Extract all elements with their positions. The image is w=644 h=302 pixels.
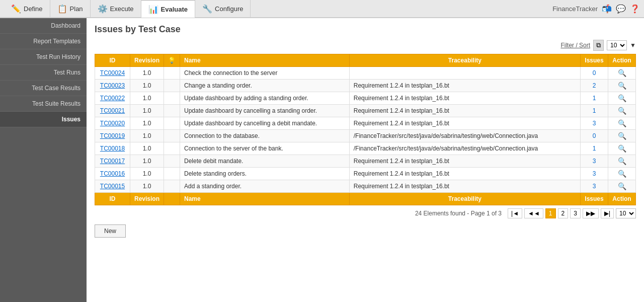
messages-icon[interactable]: 💬: [616, 4, 626, 14]
cell-id[interactable]: TC00020: [95, 117, 130, 130]
col-header-issues: Issues: [581, 54, 608, 67]
cell-issues: 3: [581, 168, 608, 180]
pagination-per-page-select[interactable]: 10 25 50: [616, 208, 636, 218]
sidebar-item-test-suite-results[interactable]: Test Suite Results: [0, 96, 87, 112]
cell-id[interactable]: TC00016: [95, 168, 130, 180]
cell-id[interactable]: TC00023: [95, 80, 130, 92]
cell-id[interactable]: TC00017: [95, 155, 130, 168]
table-row: TC00023 1.0 Change a standing order. Req…: [95, 80, 636, 92]
cell-name: Add a standing order.: [180, 180, 350, 193]
cell-id[interactable]: TC00015: [95, 180, 130, 193]
tab-define[interactable]: ✏️ Define: [4, 0, 50, 18]
page-1-btn[interactable]: 1: [545, 208, 556, 218]
tab-evaluate[interactable]: 📊 Evaluate: [141, 0, 195, 18]
cell-issues: 1: [581, 92, 608, 105]
page-prev-btn[interactable]: ◄◄: [524, 208, 543, 218]
cell-traceability: Requirement 1.2.4 in testplan_16.bt: [349, 180, 580, 193]
pagination-row: 24 Elements found - Page 1 of 3 |◄ ◄◄ 1 …: [95, 208, 636, 218]
col-footer-traceability: Traceability: [349, 193, 580, 205]
cell-action: 🔍: [608, 92, 636, 105]
notifications-icon[interactable]: 📬: [602, 4, 612, 14]
cell-issues: 3: [581, 155, 608, 168]
cell-traceability: Requirement 1.2.4 in testplan_16.bt: [349, 80, 580, 92]
tab-plan[interactable]: 📋 Plan: [50, 0, 91, 18]
cell-revision: 1.0: [130, 117, 164, 130]
cell-flag: [164, 142, 180, 155]
row-search-icon-btn[interactable]: 🔍: [618, 69, 626, 77]
sidebar-item-test-case-results[interactable]: Test Case Results: [0, 81, 87, 96]
cell-flag: [164, 130, 180, 142]
cell-id[interactable]: TC00024: [95, 67, 130, 80]
sidebar-item-report-templates[interactable]: Report Templates: [0, 34, 87, 49]
page-3-btn[interactable]: 3: [570, 208, 581, 218]
col-footer-action: Action: [608, 193, 636, 205]
col-header-revision: Revision: [130, 54, 164, 67]
tab-plan-label: Plan: [70, 5, 83, 13]
cell-issues: 1: [581, 105, 608, 117]
sidebar-item-test-runs[interactable]: Test Runs: [0, 65, 87, 81]
evaluate-icon: 📊: [148, 5, 158, 14]
row-search-icon-btn[interactable]: 🔍: [618, 107, 626, 115]
table-row: TC00017 1.0 Delete debit mandate. Requir…: [95, 155, 636, 168]
table-row: TC00018 1.0 Connection to the server of …: [95, 142, 636, 155]
row-search-icon-btn[interactable]: 🔍: [618, 170, 626, 178]
cell-traceability: /FinanceTracker/src/test/java/de/sabrina…: [349, 130, 580, 142]
cell-flag: [164, 80, 180, 92]
col-footer-id: ID: [95, 193, 130, 205]
configure-icon: 🔧: [202, 4, 212, 14]
content-area: Issues by Test Case Filter / Sort ⧉ 10 2…: [87, 18, 644, 302]
row-search-icon-btn[interactable]: 🔍: [618, 94, 626, 102]
tab-configure[interactable]: 🔧 Configure: [195, 0, 251, 18]
cell-traceability: Requirement 1.2.4 in testplan_16.bt: [349, 92, 580, 105]
page-info: 24 Elements found - Page 1 of 3: [415, 210, 502, 217]
row-search-icon-btn[interactable]: 🔍: [618, 132, 626, 140]
cell-action: 🔍: [608, 117, 636, 130]
table-row: TC00015 1.0 Add a standing order. Requir…: [95, 180, 636, 193]
row-search-icon-btn[interactable]: 🔍: [618, 119, 626, 127]
table-row: TC00019 1.0 Connection to the database. …: [95, 130, 636, 142]
page-first-btn[interactable]: |◄: [508, 208, 522, 218]
cell-revision: 1.0: [130, 168, 164, 180]
cell-revision: 1.0: [130, 155, 164, 168]
cell-traceability: Requirement 1.2.4 in testplan_16.bt: [349, 105, 580, 117]
cell-flag: [164, 92, 180, 105]
help-icon[interactable]: ❓: [630, 4, 640, 14]
col-header-action: Action: [608, 54, 636, 67]
col-header-traceability: Traceability: [349, 54, 580, 67]
table-row: TC00021 1.0 Update dashboard by cancelli…: [95, 105, 636, 117]
new-button[interactable]: New: [95, 224, 126, 238]
per-page-dropdown-arrow: ▼: [630, 42, 636, 49]
cell-action: 🔍: [608, 142, 636, 155]
filter-sort-link[interactable]: Filter / Sort: [560, 42, 590, 49]
cell-id[interactable]: TC00021: [95, 105, 130, 117]
row-search-icon-btn[interactable]: 🔍: [618, 157, 626, 165]
sidebar-item-dashboard[interactable]: Dashboard: [0, 18, 87, 34]
app-name: FinanceTracker: [552, 5, 598, 13]
row-search-icon-btn[interactable]: 🔍: [618, 182, 626, 190]
row-search-icon-btn[interactable]: 🔍: [618, 144, 626, 153]
page-2-btn[interactable]: 2: [558, 208, 569, 218]
per-page-select[interactable]: 10 25 50: [607, 40, 627, 50]
cell-revision: 1.0: [130, 80, 164, 92]
col-header-flag: 💡: [164, 54, 180, 67]
page-next-btn[interactable]: ▶▶: [583, 208, 599, 218]
tab-evaluate-label: Evaluate: [161, 6, 188, 13]
page-last-btn[interactable]: ▶|: [601, 208, 614, 218]
sidebar-item-issues[interactable]: Issues: [0, 112, 87, 127]
cell-name: Connection to the server of the bank.: [180, 142, 350, 155]
copy-icon-btn[interactable]: ⧉: [593, 40, 604, 51]
tab-execute[interactable]: ⚙️ Execute: [91, 0, 141, 18]
main-layout: Dashboard Report Templates Test Run Hist…: [0, 18, 644, 302]
cell-issues: 3: [581, 180, 608, 193]
cell-id[interactable]: TC00018: [95, 142, 130, 155]
cell-action: 🔍: [608, 168, 636, 180]
sidebar-item-test-run-history[interactable]: Test Run History: [0, 49, 87, 65]
cell-id[interactable]: TC00019: [95, 130, 130, 142]
tab-configure-label: Configure: [215, 5, 243, 13]
cell-issues: 1: [581, 142, 608, 155]
row-search-icon-btn[interactable]: 🔍: [618, 82, 626, 90]
cell-revision: 1.0: [130, 130, 164, 142]
tab-define-label: Define: [24, 5, 43, 13]
cell-name: Delete debit mandate.: [180, 155, 350, 168]
cell-id[interactable]: TC00022: [95, 92, 130, 105]
